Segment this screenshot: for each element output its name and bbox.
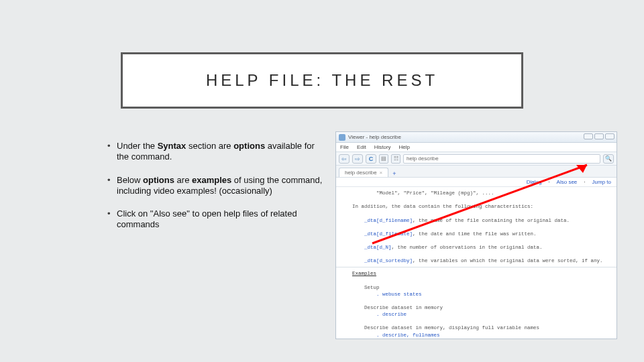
text: _dta[d_filedate], the date and time the … xyxy=(352,231,608,237)
tab-label: help describe xyxy=(345,170,377,176)
slide-title: HELP FILE: THE REST xyxy=(206,71,438,90)
text xyxy=(352,318,608,324)
bullet-item: Click on "Also see" to open help files o… xyxy=(107,208,329,231)
text: Setup xyxy=(352,284,608,291)
help-content: "Model", "Price", "Mileage (mpg)", .... … xyxy=(336,187,616,339)
tab-close-icon[interactable]: × xyxy=(380,170,383,176)
text: Describe dataset in memory xyxy=(352,304,608,311)
address-field[interactable]: help describe xyxy=(403,154,600,164)
find-icon[interactable]: ☷ xyxy=(391,154,400,164)
toolbar: ⇦ ⇨ C ▤ ☷ help describe 🔍 xyxy=(336,152,616,166)
window-title: Viewer - help describe xyxy=(348,134,401,140)
text xyxy=(352,339,608,339)
bullet-item: Below options are examples of using the … xyxy=(107,175,329,197)
text xyxy=(352,224,608,231)
text: Under the xyxy=(117,141,158,151)
bullet-list: Under the Syntax section are options ava… xyxy=(107,141,329,243)
link-dialog[interactable]: Dialog xyxy=(527,179,542,185)
link-bar: Dialog · Also see · Jump to xyxy=(336,178,616,187)
window-controls xyxy=(584,133,614,139)
menu-bar: File Edit History Help xyxy=(336,143,616,152)
bullet-item: Under the Syntax section are options ava… xyxy=(107,141,329,163)
menu-edit[interactable]: Edit xyxy=(357,144,366,150)
text: _dta[d_N], the number of observations in… xyxy=(352,244,608,251)
text: . describe xyxy=(352,311,608,318)
text xyxy=(352,196,608,203)
reload-button[interactable]: C xyxy=(366,154,376,164)
maximize-button[interactable] xyxy=(594,133,604,139)
tab-help-describe[interactable]: help describe × xyxy=(339,168,388,177)
text: _dta[d_sortedby], the variables on which… xyxy=(352,257,608,264)
text-bold: options xyxy=(143,175,174,185)
forward-button[interactable]: ⇨ xyxy=(352,154,363,164)
text: Below xyxy=(117,175,143,185)
text: . describe, fullnames xyxy=(352,332,608,339)
text-bold: examples xyxy=(192,175,231,185)
text: _dta[d_filename], the name of the file c… xyxy=(352,217,608,224)
slide-title-box: HELP FILE: THE REST xyxy=(121,52,523,109)
text: are xyxy=(174,175,192,185)
text xyxy=(352,278,608,284)
close-button[interactable] xyxy=(605,133,614,139)
search-icon[interactable]: 🔍 xyxy=(603,154,614,164)
new-tab-button[interactable]: + xyxy=(392,170,396,177)
window-titlebar: Viewer - help describe xyxy=(336,132,616,143)
text-bold: options xyxy=(233,141,265,151)
text: . webuse states xyxy=(352,291,608,298)
text-bold: Syntax xyxy=(158,141,186,151)
menu-file[interactable]: File xyxy=(340,144,349,150)
back-button[interactable]: ⇦ xyxy=(339,154,350,164)
menu-history[interactable]: History xyxy=(374,144,391,150)
tab-row: help describe × + xyxy=(336,166,616,178)
text xyxy=(352,298,608,304)
print-icon[interactable]: ▤ xyxy=(379,154,388,164)
text xyxy=(352,210,608,217)
minimize-button[interactable] xyxy=(584,133,593,139)
text: section are xyxy=(186,141,233,151)
link-jump-to[interactable]: Jump to xyxy=(592,179,611,185)
text: In addition, the data contain the follow… xyxy=(352,203,608,210)
text xyxy=(352,251,608,257)
examples-header: Examples xyxy=(352,270,608,277)
text: Describe dataset in memory, displaying f… xyxy=(352,324,608,331)
app-icon xyxy=(339,134,345,141)
text xyxy=(352,237,608,244)
text: Click on "Also see" to open help files o… xyxy=(117,208,297,229)
text: "Model", "Price", "Mileage (mpg)", .... xyxy=(352,190,608,196)
embedded-viewer-window: Viewer - help describe File Edit History… xyxy=(335,131,617,339)
menu-help[interactable]: Help xyxy=(399,144,410,150)
link-also-see[interactable]: Also see xyxy=(557,179,578,185)
